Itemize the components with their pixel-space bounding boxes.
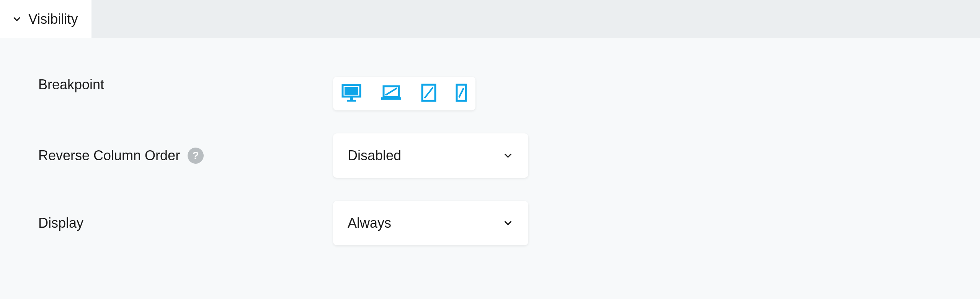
svg-rect-5: [381, 97, 401, 100]
reverse-column-order-select[interactable]: Disabled: [333, 133, 528, 178]
panel-header: Visibility: [0, 0, 980, 38]
chevron-down-icon: [11, 14, 22, 25]
panel-tab-visibility[interactable]: Visibility: [0, 0, 91, 38]
field-row-breakpoint: Breakpoint: [38, 38, 942, 110]
desktop-icon: [341, 84, 361, 104]
chevron-down-icon: [502, 217, 514, 229]
field-row-reverse-column-order: Reverse Column Order ? Disabled: [38, 110, 942, 178]
phone-icon: [456, 84, 467, 104]
breakpoint-phone-button[interactable]: [456, 84, 467, 104]
reverse-column-order-label: Reverse Column Order: [38, 148, 180, 164]
display-value: Always: [348, 215, 391, 231]
field-label-wrap: Reverse Column Order ?: [38, 148, 333, 164]
field-row-display: Display Always: [38, 178, 942, 245]
breakpoint-desktop-button[interactable]: [341, 84, 361, 104]
help-icon[interactable]: ?: [188, 148, 204, 164]
svg-rect-1: [345, 87, 358, 95]
breakpoint-laptop-button[interactable]: [381, 85, 402, 102]
reverse-column-order-value: Disabled: [348, 148, 401, 164]
panel-header-background: [91, 0, 980, 38]
field-label-wrap: Display: [38, 215, 333, 231]
svg-rect-3: [347, 100, 356, 102]
field-label-wrap: Breakpoint: [38, 77, 333, 93]
svg-rect-2: [350, 97, 353, 100]
panel-title: Visibility: [28, 11, 78, 27]
display-select[interactable]: Always: [333, 201, 528, 245]
chevron-down-icon: [502, 150, 514, 161]
breakpoint-button-group: [333, 77, 475, 110]
display-label: Display: [38, 215, 83, 231]
tablet-icon: [421, 84, 436, 104]
panel-body: Breakpoint: [0, 38, 980, 245]
breakpoint-label: Breakpoint: [38, 77, 104, 93]
breakpoint-tablet-button[interactable]: [421, 84, 436, 104]
laptop-icon: [381, 85, 402, 102]
